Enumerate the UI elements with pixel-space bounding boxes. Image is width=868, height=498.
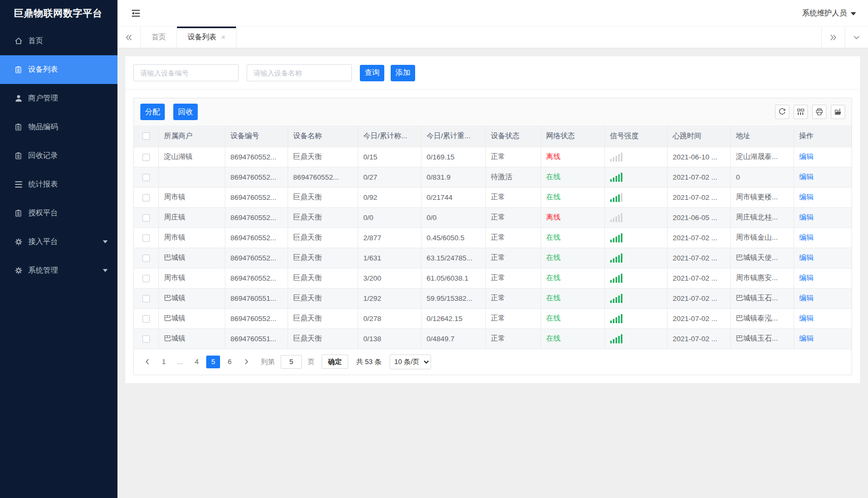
network-status: 离线 [546, 153, 561, 161]
sidebar-item-label: 统计报表 [28, 180, 58, 189]
device-list-card: 查询 添加 分配 回收 [125, 56, 860, 383]
assign-button[interactable]: 分配 [140, 104, 165, 120]
sidebar-item-1[interactable]: 设备列表 [0, 55, 117, 84]
cell-heartbeat: 2021-07-02 ... [667, 227, 730, 248]
tabs-actions-chevron-down-icon[interactable] [845, 27, 868, 48]
signal-strength-icon [610, 173, 662, 182]
edit-link[interactable]: 编辑 [799, 173, 814, 181]
edit-link[interactable]: 编辑 [799, 233, 814, 241]
signal-strength-icon [610, 233, 662, 242]
prev-page-icon[interactable] [140, 355, 154, 369]
page-number[interactable]: 5 [206, 356, 220, 368]
table-header-row: 所属商户设备编号设备名称今日/累计称...今日/累计重...设备状态网络状态信号… [134, 125, 852, 147]
tab-0[interactable]: 首页 [141, 27, 177, 48]
gear-icon [14, 238, 23, 247]
sidebar-item-label: 授权平台 [28, 208, 58, 218]
edit-link[interactable]: 编辑 [799, 254, 814, 261]
cell-merchant: 周市镇 [158, 268, 225, 288]
cell-weight: 0.45/6050.5 [421, 227, 485, 248]
cell-network-status: 在线 [541, 227, 604, 248]
edit-link[interactable]: 编辑 [799, 193, 814, 201]
cell-device-no: 8694760552... [225, 268, 288, 288]
columns-icon[interactable] [794, 105, 808, 119]
sidebar-item-4[interactable]: 回收记录 [0, 141, 117, 170]
device-no-input[interactable] [133, 64, 239, 81]
sidebar-item-3[interactable]: 物品编码 [0, 113, 117, 141]
table-area: 分配 回收 所属商户设备编号设备名称今日/累计称...今日/累计 [125, 90, 860, 383]
edit-link[interactable]: 编辑 [799, 294, 814, 302]
menu-fold-icon[interactable] [131, 9, 141, 18]
row-checkbox[interactable] [142, 154, 150, 161]
cell-weight: 61.05/6038.1 [421, 268, 485, 288]
edit-link[interactable]: 编辑 [799, 153, 814, 161]
query-button[interactable]: 查询 [360, 65, 384, 81]
recycle-button[interactable]: 回收 [173, 104, 198, 120]
tab-close-icon[interactable]: × [221, 33, 225, 41]
row-checkbox[interactable] [142, 335, 150, 343]
page-unit-label: 页 [308, 357, 315, 367]
sidebar-item-6[interactable]: 授权平台 [0, 199, 117, 227]
sidebar-item-0[interactable]: 首页 [0, 27, 117, 55]
next-page-icon[interactable] [239, 355, 253, 369]
lines-icon [14, 180, 23, 189]
row-checkbox[interactable] [142, 275, 150, 282]
page-number[interactable]: 1 [157, 356, 171, 368]
device-name-input[interactable] [247, 64, 352, 81]
page-number[interactable]: 4 [190, 356, 204, 368]
sidebar: 巨鼎物联网数字平台 首页设备列表商户管理物品编码回收记录统计报表授权平台接入平台… [0, 0, 117, 498]
cell-device-status: 正常 [485, 268, 541, 288]
sidebar-item-8[interactable]: 系统管理 [0, 256, 117, 285]
sidebar-item-7[interactable]: 接入平台 [0, 227, 117, 256]
edit-link[interactable]: 编辑 [799, 314, 814, 322]
header-checkbox-cell [134, 125, 158, 147]
signal-strength-icon [610, 193, 662, 202]
column-header: 今日/累计称... [358, 125, 421, 147]
cell-device-no: 8694760552... [225, 308, 288, 328]
cell-device-status: 正常 [485, 328, 541, 349]
row-checkbox[interactable] [142, 255, 150, 262]
row-checkbox[interactable] [142, 214, 150, 222]
refresh-icon[interactable] [775, 105, 789, 119]
home-icon [14, 37, 23, 46]
tabs-scroll-left-icon[interactable] [117, 27, 141, 48]
row-checkbox[interactable] [142, 174, 150, 181]
select-all-checkbox[interactable] [142, 132, 150, 140]
caret-down-icon [103, 269, 108, 273]
row-checkbox[interactable] [142, 194, 150, 201]
edit-link[interactable]: 编辑 [799, 334, 814, 342]
export-icon[interactable] [831, 105, 845, 119]
cell-network-status: 在线 [541, 248, 604, 268]
cell-count: 0/0 [358, 207, 421, 227]
column-header: 今日/累计重... [421, 125, 485, 147]
page-size-select[interactable]: 10 条/页 [390, 354, 431, 369]
tabs-scroll-right-icon[interactable] [821, 27, 845, 48]
goto-page-input[interactable] [281, 355, 302, 369]
print-icon[interactable] [812, 105, 827, 119]
column-header: 网络状态 [541, 125, 604, 147]
user-menu[interactable]: 系统维护人员 [802, 9, 856, 18]
row-checkbox[interactable] [142, 295, 150, 302]
edit-link[interactable]: 编辑 [799, 213, 814, 221]
row-checkbox[interactable] [142, 234, 150, 242]
page-number[interactable]: 6 [223, 356, 237, 368]
clipboard-icon [14, 123, 23, 132]
cell-count: 2/877 [358, 227, 421, 248]
cell-merchant: 巴城镇 [158, 308, 225, 328]
tab-1[interactable]: 设备列表× [177, 27, 237, 48]
edit-link[interactable]: 编辑 [799, 274, 814, 282]
checkbox-cell [134, 288, 158, 308]
cell-device-no: 8694760551... [225, 328, 288, 349]
row-checkbox[interactable] [142, 315, 150, 323]
sidebar-item-5[interactable]: 统计报表 [0, 170, 117, 199]
confirm-button[interactable]: 确定 [322, 354, 348, 369]
table-row: 周市镇8694760552...巨鼎天衡2/8770.45/6050.5正常在线… [134, 227, 852, 248]
cell-action: 编辑 [794, 308, 852, 328]
cell-device-status: 正常 [485, 288, 541, 308]
cell-signal [604, 328, 667, 349]
clipboard-icon [14, 151, 23, 161]
cell-weight: 59.95/15382... [421, 288, 485, 308]
sidebar-item-2[interactable]: 商户管理 [0, 84, 117, 113]
add-button[interactable]: 添加 [391, 65, 415, 81]
cell-device-status: 正常 [485, 248, 541, 268]
cell-signal [604, 147, 667, 167]
